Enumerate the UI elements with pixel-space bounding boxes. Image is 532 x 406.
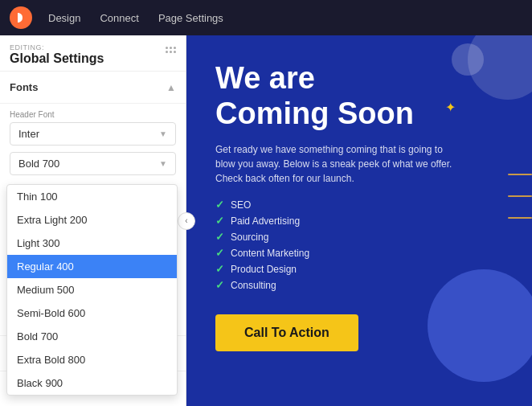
dot xyxy=(174,51,176,53)
panel-title: Global Settings xyxy=(10,51,176,66)
check-icon: ✓ xyxy=(215,215,224,227)
dropdown-item-regular[interactable]: Regular 400 xyxy=(7,255,177,278)
list-item: ✓ SEO xyxy=(215,199,309,211)
header-font-label: Header Font xyxy=(10,110,176,119)
deco-circle-small xyxy=(452,43,484,76)
dropdown-item-light[interactable]: Light 300 xyxy=(7,232,177,255)
hero-title-line1: We are xyxy=(215,61,315,95)
fonts-content: Header Font Inter ▼ Bold 700 ▼ xyxy=(0,104,186,182)
checklist: ✓ SEO ✓ Paid Advertising ✓ Sourcing ✓ Co… xyxy=(215,199,309,295)
hero-title: We are Coming Soon xyxy=(215,61,414,131)
chevron-up-icon: ▲ xyxy=(166,82,176,93)
list-item: ✓ Sourcing xyxy=(215,231,309,243)
list-item-label: Consulting xyxy=(231,280,276,291)
list-item-label: Sourcing xyxy=(231,232,268,243)
dropdown-item-medium[interactable]: Medium 500 xyxy=(7,278,177,301)
list-item: ✓ Consulting xyxy=(215,279,309,291)
list-item-label: Paid Advertising xyxy=(231,215,300,227)
nav-page-settings[interactable]: Page Settings xyxy=(158,12,223,24)
deco-line xyxy=(508,174,532,175)
check-icon: ✓ xyxy=(215,247,224,259)
top-nav: Design Connect Page Settings xyxy=(48,12,223,24)
font-weight-select[interactable]: Bold 700 ▼ xyxy=(10,152,176,175)
weight-dropdown: Thin 100 Extra Light 200 Light 300 Regul… xyxy=(6,184,178,396)
font-family-value: Inter xyxy=(18,128,39,140)
topbar: Design Connect Page Settings xyxy=(0,0,532,35)
nav-connect[interactable]: Connect xyxy=(100,12,138,24)
check-icon: ✓ xyxy=(215,231,224,243)
fonts-label: Fonts xyxy=(10,81,38,93)
check-icon: ✓ xyxy=(215,263,224,275)
list-item: ✓ Content Marketing xyxy=(215,247,309,259)
check-icon: ✓ xyxy=(215,279,224,291)
list-item-label: Content Marketing xyxy=(231,248,309,259)
dot xyxy=(170,47,172,49)
hero-title-line2: Coming Soon xyxy=(215,96,414,130)
dropdown-item-thin[interactable]: Thin 100 xyxy=(7,185,177,208)
deco-line xyxy=(508,195,532,197)
dropdown-item-semi-bold[interactable]: Semi-Bold 600 xyxy=(7,301,177,325)
dropdown-arrow-icon: ▼ xyxy=(159,129,167,138)
list-item-label: SEO xyxy=(231,199,251,211)
dropdown-item-extra-bold[interactable]: Extra Bold 800 xyxy=(7,348,177,371)
fonts-section-toggle[interactable]: Fonts ▲ xyxy=(0,72,186,104)
main-layout: EDITING: Global Settings Fonts ▲ Header … xyxy=(0,35,532,406)
deco-circle-bottom xyxy=(428,269,532,382)
list-item: ✓ Product Design xyxy=(215,263,309,275)
check-icon: ✓ xyxy=(215,199,224,211)
dropdown-item-bold[interactable]: Bold 700 xyxy=(7,325,177,348)
font-family-select[interactable]: Inter ▼ xyxy=(10,122,176,146)
hero-subtitle: Get ready we have something coming that … xyxy=(215,142,456,186)
panel-header: EDITING: Global Settings xyxy=(0,35,186,72)
dot xyxy=(166,51,168,53)
logo xyxy=(10,6,32,29)
cta-button[interactable]: Call To Action xyxy=(215,314,358,351)
left-panel: EDITING: Global Settings Fonts ▲ Header … xyxy=(0,35,186,406)
panel-collapse-button[interactable]: ‹ xyxy=(178,212,195,230)
list-item-label: Product Design xyxy=(231,264,297,275)
page-preview: ✦ We are Coming Soon Get ready we have s… xyxy=(186,35,532,406)
font-weight-value: Bold 700 xyxy=(18,158,59,170)
deco-lines xyxy=(508,164,532,228)
deco-line xyxy=(508,217,532,219)
nav-design[interactable]: Design xyxy=(48,12,80,24)
dot xyxy=(170,51,172,53)
dot xyxy=(166,47,168,49)
deco-star-icon: ✦ xyxy=(445,100,456,115)
dots-menu[interactable] xyxy=(166,47,176,53)
list-item: ✓ Paid Advertising xyxy=(215,215,309,227)
dropdown-item-extra-light[interactable]: Extra Light 200 xyxy=(7,208,177,232)
editing-label: EDITING: xyxy=(10,43,176,51)
dropdown-arrow-icon: ▼ xyxy=(159,159,167,168)
dropdown-item-black[interactable]: Black 900 xyxy=(7,371,177,395)
dot xyxy=(174,47,176,49)
